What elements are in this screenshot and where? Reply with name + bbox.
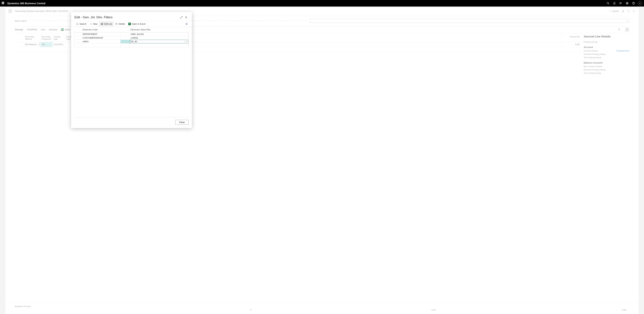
list-view-icon[interactable]: [184, 22, 188, 26]
col-dimension-code[interactable]: Dimension Code↑: [82, 29, 120, 31]
sort-asc-icon: ↑: [98, 29, 98, 31]
dim-code-cell[interactable]: DEPARTMENT: [82, 32, 120, 36]
svg-rect-8: [4, 4, 4, 4]
search-icon[interactable]: [605, 0, 611, 7]
dim-filter-row[interactable]: DEPARTMENT ADM..SALES: [75, 32, 188, 36]
svg-rect-6: [2, 4, 2, 4]
close-icon[interactable]: [184, 15, 188, 20]
close-button[interactable]: Close: [175, 120, 188, 125]
dim-filter-row[interactable]: → AREA 30..40⋯: [75, 40, 188, 44]
excel-icon: [128, 23, 131, 25]
flag-icon[interactable]: [618, 0, 624, 7]
bell-icon[interactable]: [611, 0, 618, 7]
avatar[interactable]: IK: [638, 1, 642, 6]
modal-grid-header: Dimension Code↑ Dimension Value Filter: [74, 27, 188, 32]
col-dimension-value-filter[interactable]: Dimension Value Filter: [130, 29, 188, 31]
modal-title: Edit - Gen. Jnl. Dim. Filters: [74, 16, 112, 19]
modal-header: Edit - Gen. Jnl. Dim. Filters: [71, 12, 192, 21]
new-button[interactable]: New: [88, 22, 99, 26]
lookup-icon[interactable]: ⋯: [185, 40, 187, 43]
modal-footer: Close: [71, 118, 192, 128]
modal-toolbar: Search New Edit List Delete Open in Exce…: [71, 21, 192, 27]
svg-line-18: [78, 24, 78, 25]
svg-rect-5: [4, 3, 4, 3]
svg-rect-4: [3, 3, 3, 3]
dim-value-cell-editing[interactable]: 30..40⋯: [130, 40, 188, 43]
svg-point-17: [76, 23, 78, 24]
svg-point-9: [607, 2, 608, 4]
svg-rect-19: [101, 23, 103, 24]
dim-filter-row[interactable]: CUSTOMERGROUP LARGE: [75, 36, 188, 40]
svg-rect-2: [4, 2, 4, 2]
svg-point-11: [627, 3, 628, 4]
edit-dim-filters-modal: Edit - Gen. Jnl. Dim. Filters Search New…: [71, 12, 192, 128]
delete-button[interactable]: Delete: [114, 22, 126, 26]
svg-rect-21: [101, 24, 103, 25]
app-header: Dynamics 365 Business Central IK: [0, 0, 644, 7]
product-name: Dynamics 365 Business Central: [8, 2, 46, 5]
expand-icon[interactable]: [179, 15, 184, 20]
avatar-initials: IK: [639, 2, 641, 4]
svg-rect-3: [2, 3, 2, 3]
svg-line-10: [608, 4, 609, 4]
help-icon[interactable]: [630, 0, 636, 7]
open-excel-button[interactable]: Open in Excel: [126, 22, 147, 26]
modal-grid-rows: DEPARTMENT ADM..SALES CUSTOMERGROUP LARG…: [74, 32, 188, 47]
svg-rect-1: [3, 2, 3, 2]
dim-code-cell[interactable]: CUSTOMERGROUP: [82, 36, 120, 40]
svg-rect-20: [101, 24, 103, 24]
dim-code-cell[interactable]: AREA: [82, 40, 120, 43]
row-indicator-icon: →: [77, 40, 79, 43]
app-launcher-icon[interactable]: [2, 2, 5, 5]
dim-value-cell[interactable]: ADM..SALES: [130, 32, 188, 36]
dim-filter-empty-row[interactable]: [75, 44, 188, 47]
search-button[interactable]: Search: [74, 22, 88, 26]
gear-icon[interactable]: [624, 0, 630, 7]
svg-rect-7: [3, 4, 3, 4]
dim-value-cell[interactable]: LARGE: [130, 36, 188, 40]
svg-rect-0: [2, 2, 2, 2]
edit-list-button[interactable]: Edit List: [99, 22, 114, 26]
